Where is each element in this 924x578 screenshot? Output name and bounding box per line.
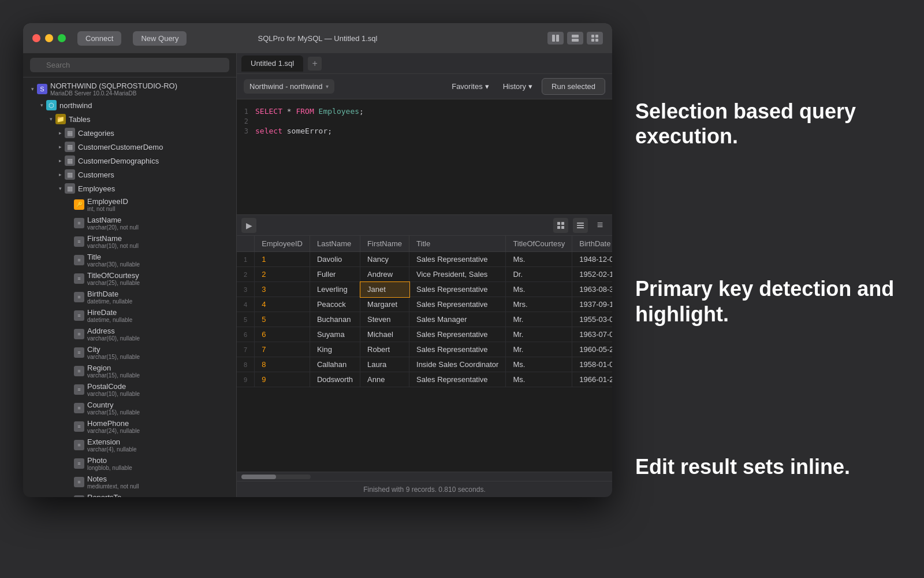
run-selected-button[interactable]: Run selected: [542, 78, 605, 95]
cell-firstname[interactable]: Steven: [360, 312, 409, 327]
cell-title[interactable]: Sales Representative: [409, 342, 506, 357]
cell-titleofcourtesy[interactable]: Mr.: [506, 327, 572, 342]
table-row[interactable]: 66SuyamaMichaelSales RepresentativeMr.19…: [237, 327, 612, 342]
close-button[interactable]: [32, 34, 40, 42]
sidebar-item-database[interactable]: ⬡ northwind: [23, 98, 236, 112]
cell-lastname[interactable]: Leverling: [310, 282, 360, 297]
sidebar-item-country[interactable]: ≡ Country varchar(15), nullable: [23, 399, 236, 417]
cell-employeeid[interactable]: 8: [255, 357, 310, 372]
search-input[interactable]: [30, 58, 229, 72]
cell-birthdate[interactable]: 1966-01-27 00:00:: [572, 372, 612, 387]
cell-firstname[interactable]: Michael: [360, 327, 409, 342]
cell-lastname[interactable]: Callahan: [310, 357, 360, 372]
table-row[interactable]: 44PeacockMargaretSales RepresentativeMrs…: [237, 297, 612, 312]
sidebar-item-customers[interactable]: ▦ Customers: [23, 168, 236, 181]
sidebar-item-homephone[interactable]: ≡ HomePhone varchar(24), nullable: [23, 417, 236, 436]
cell-title[interactable]: Inside Sales Coordinator: [409, 357, 506, 372]
col-header-firstname[interactable]: FirstName: [360, 236, 409, 252]
sidebar-item-customercustomerdemo[interactable]: ▦ CustomerCustomerDemo: [23, 140, 236, 154]
cell-birthdate[interactable]: 1937-09-19 00:00:: [572, 297, 612, 312]
sidebar-item-reportsto[interactable]: ≡ ReportsTo int, nullable: [23, 491, 236, 497]
cell-firstname[interactable]: Margaret: [360, 297, 409, 312]
cell-lastname[interactable]: King: [310, 342, 360, 357]
sidebar-item-categories[interactable]: ▦ Categories: [23, 126, 236, 140]
cell-titleofcourtesy[interactable]: Ms.: [506, 357, 572, 372]
layout-btn-2[interactable]: [567, 32, 583, 45]
sidebar-item-titleofcourtesy[interactable]: ≡ TitleOfCourtesy varchar(25), nullable: [23, 269, 236, 288]
cell-title[interactable]: Sales Representative: [409, 372, 506, 387]
cell-titleofcourtesy[interactable]: Mr.: [506, 312, 572, 327]
scrollbar-track[interactable]: [241, 475, 311, 479]
cell-firstname[interactable]: Laura: [360, 357, 409, 372]
sidebar-item-photo[interactable]: ≡ Photo longblob, nullable: [23, 454, 236, 473]
cell-lastname[interactable]: Dodsworth: [310, 372, 360, 387]
col-header-titleofcourtesy[interactable]: TitleOfCourtesy: [506, 236, 572, 252]
cell-firstname[interactable]: Nancy: [360, 252, 409, 267]
col-header-birthdate[interactable]: BirthDate: [572, 236, 612, 252]
cell-titleofcourtesy[interactable]: Ms.: [506, 372, 572, 387]
cell-titleofcourtesy[interactable]: Mr.: [506, 342, 572, 357]
cell-employeeid[interactable]: 1: [255, 252, 310, 267]
grid-view-button[interactable]: [553, 218, 568, 233]
data-table-container[interactable]: EmployeeID LastName FirstName Title Titl…: [237, 236, 612, 472]
cell-title[interactable]: Sales Representative: [409, 327, 506, 342]
connect-button[interactable]: Connect: [77, 31, 121, 46]
cell-birthdate[interactable]: 1948-12-08 00:00:: [572, 252, 612, 267]
sidebar-item-extension[interactable]: ≡ Extension varchar(4), nullable: [23, 436, 236, 454]
results-menu-button[interactable]: ≡: [593, 218, 608, 233]
cell-birthdate[interactable]: 1958-01-09 00:00:: [572, 357, 612, 372]
sidebar-item-title[interactable]: ≡ Title varchar(30), nullable: [23, 251, 236, 269]
sidebar-item-postalcode[interactable]: ≡ PostalCode varchar(10), nullable: [23, 380, 236, 399]
favorites-button[interactable]: Favorites ▾: [447, 80, 493, 93]
table-row[interactable]: 55BuchananStevenSales ManagerMr.1955-03-…: [237, 312, 612, 327]
cell-birthdate[interactable]: 1963-07-02 00:00:: [572, 327, 612, 342]
cell-firstname[interactable]: Andrew: [360, 267, 409, 282]
cell-employeeid[interactable]: 3: [255, 282, 310, 297]
cell-employeeid[interactable]: 9: [255, 372, 310, 387]
cell-titleofcourtesy[interactable]: Ms.: [506, 252, 572, 267]
table-row[interactable]: 77KingRobertSales RepresentativeMr.1960-…: [237, 342, 612, 357]
query-tab[interactable]: Untitled 1.sql: [241, 55, 303, 72]
db-selector[interactable]: Northwind - northwind ▾: [244, 79, 334, 94]
table-row[interactable]: 11DavolioNancySales RepresentativeMs.194…: [237, 252, 612, 267]
cell-employeeid[interactable]: 6: [255, 327, 310, 342]
new-tab-button[interactable]: +: [308, 57, 322, 71]
cell-title[interactable]: Sales Manager: [409, 312, 506, 327]
sidebar-item-employeeid[interactable]: 🔑 EmployeeID int, not null: [23, 195, 236, 214]
play-button[interactable]: ▶: [241, 218, 256, 233]
layout-btn-3[interactable]: [587, 32, 603, 45]
layout-btn-1[interactable]: [547, 32, 564, 45]
cell-title[interactable]: Vice President, Sales: [409, 267, 506, 282]
cell-firstname[interactable]: Janet: [360, 282, 409, 297]
list-view-button[interactable]: [573, 218, 588, 233]
sidebar-item-tables-folder[interactable]: 📁 Tables: [23, 112, 236, 126]
cell-title[interactable]: Sales Representative: [409, 297, 506, 312]
sidebar-item-hiredate[interactable]: ≡ HireDate datetime, nullable: [23, 306, 236, 325]
cell-firstname[interactable]: Anne: [360, 372, 409, 387]
sidebar-item-address[interactable]: ≡ Address varchar(60), nullable: [23, 325, 236, 343]
scrollbar-thumb[interactable]: [241, 475, 276, 479]
table-row[interactable]: 99DodsworthAnneSales RepresentativeMs.19…: [237, 372, 612, 387]
cell-title[interactable]: Sales Representative: [409, 252, 506, 267]
maximize-button[interactable]: [58, 34, 66, 42]
sidebar-item-employees[interactable]: ▦ Employees: [23, 181, 236, 195]
code-editor[interactable]: 1 SELECT * FROM Employees; 2 3 select so…: [237, 99, 612, 215]
sidebar-item-lastname[interactable]: ≡ LastName varchar(20), not null: [23, 214, 236, 232]
col-header-lastname[interactable]: LastName: [310, 236, 360, 252]
cell-employeeid[interactable]: 4: [255, 297, 310, 312]
cell-title[interactable]: Sales Representative: [409, 282, 506, 297]
sidebar-item-city[interactable]: ≡ City varchar(15), nullable: [23, 343, 236, 362]
new-query-button[interactable]: New Query: [133, 31, 187, 46]
cell-titleofcourtesy[interactable]: Dr.: [506, 267, 572, 282]
table-row[interactable]: 88CallahanLauraInside Sales CoordinatorM…: [237, 357, 612, 372]
table-row[interactable]: 33LeverlingJanetSales RepresentativeMs.1…: [237, 282, 612, 297]
sidebar-item-customerdemographics[interactable]: ▦ CustomerDemographics: [23, 154, 236, 168]
cell-employeeid[interactable]: 5: [255, 312, 310, 327]
cell-titleofcourtesy[interactable]: Mrs.: [506, 297, 572, 312]
cell-birthdate[interactable]: 1963-08-30 00:00:: [572, 282, 612, 297]
sidebar-item-birthdate[interactable]: ≡ BirthDate datetime, nullable: [23, 288, 236, 306]
cell-firstname[interactable]: Robert: [360, 342, 409, 357]
cell-birthdate[interactable]: 1960-05-29 00:00:: [572, 342, 612, 357]
cell-lastname[interactable]: Buchanan: [310, 312, 360, 327]
cell-employeeid[interactable]: 2: [255, 267, 310, 282]
